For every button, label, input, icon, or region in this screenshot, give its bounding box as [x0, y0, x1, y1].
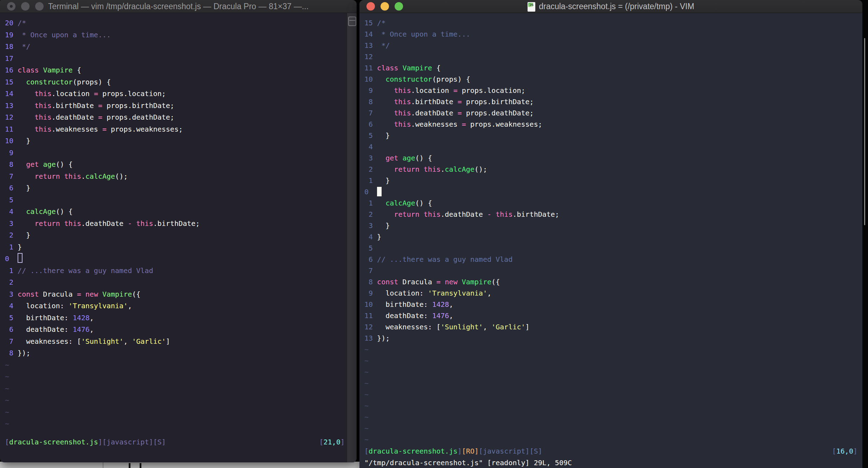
code-line: 20/* [5, 17, 346, 29]
code-token: - [487, 210, 491, 219]
code-line: 8const Dracula = new Vampire({ [364, 276, 852, 287]
vim-statusline: [dracula-screenshot.js][RO][javascript][… [364, 445, 857, 457]
code-token: location: [377, 289, 428, 297]
line-number: 14 [364, 29, 373, 40]
line-number: 14 [5, 88, 13, 100]
code-token: (); [474, 165, 487, 173]
code-line: 0 [364, 186, 852, 197]
close-button[interactable] [366, 2, 375, 11]
code-token [377, 154, 385, 162]
terminal-titlebar[interactable]: Terminal — vim /tmp/dracula-screenshot.j… [0, 0, 357, 13]
line-number: 7 [364, 107, 373, 119]
code-token: 'Sunlight' [81, 337, 123, 346]
background-scrollbar-thumb[interactable] [864, 38, 865, 225]
statusline-segment: ] [853, 447, 857, 455]
code-token: () { [56, 160, 73, 169]
line-number: 2 [5, 277, 13, 289]
code-token: = [102, 125, 107, 133]
statusline-segment: [ [5, 438, 9, 446]
code-token: this [34, 113, 51, 121]
window-title-text: dracula-screenshot.js = (/private/tmp) -… [539, 2, 694, 11]
code-token: // ...there was a guy named Vlad [377, 255, 512, 264]
code-line: 4} [364, 231, 852, 242]
code-token: Vampire [402, 64, 432, 72]
code-token: .weaknesses [411, 120, 462, 128]
code-line: 3const Dracula = new Vampire({ [5, 289, 346, 301]
line-number: 11 [5, 124, 13, 135]
code-line: 9 this.location = props.location; [364, 85, 852, 96]
code-token: age [402, 154, 415, 162]
code-line: 19 * Once upon a time... [5, 29, 346, 41]
code-token: (props) { [73, 78, 111, 86]
code-token: birthDate: [18, 314, 73, 322]
statusline-segment: [RO] [462, 447, 479, 455]
code-token [420, 210, 424, 219]
desktop: Terminal — vim /tmp/dracula-screenshot.j… [0, 0, 868, 468]
code-token: } [377, 233, 381, 241]
statusline-segment: ][ [525, 447, 534, 455]
line-number: 6 [5, 324, 13, 336]
code-token: /* [377, 19, 385, 27]
code-token: props.location; [98, 89, 166, 98]
code-line: 11class Vampire { [364, 62, 852, 74]
code-line: 0 [5, 253, 346, 265]
scrollbar-track[interactable] [347, 13, 357, 462]
statusline-segment: javascript [483, 447, 525, 455]
split-pane-button[interactable] [348, 17, 356, 26]
code-token [458, 278, 462, 286]
code-token: .deathDate [51, 113, 98, 121]
tilde-marker: ~ [5, 408, 9, 416]
code-token: Vampire [462, 278, 491, 286]
empty-buffer-line: ~ [364, 355, 852, 366]
vim-statusline: [dracula-screenshot.js][javascript][S][2… [5, 436, 345, 448]
zoom-button[interactable] [395, 2, 403, 11]
vim-command-line: "/tmp/dracula-screenshot.js" [readonly] … [364, 457, 857, 468]
code-token: , [483, 323, 491, 331]
code-token [18, 160, 26, 169]
code-token [377, 210, 394, 219]
statusline-segment: S [534, 447, 538, 455]
statusline-file-info: [dracula-screenshot.js][RO][javascript][… [364, 445, 542, 457]
code-token: } [18, 243, 22, 251]
code-token [39, 160, 43, 169]
background-text-fragment [129, 463, 141, 468]
code-token: 'Transylvania' [428, 289, 487, 297]
macvim-titlebar[interactable]: dracula-screenshot.js = (/private/tmp) -… [359, 0, 862, 13]
code-token: }); [377, 334, 390, 342]
zoom-button[interactable] [35, 2, 44, 11]
code-token [377, 75, 385, 83]
code-area[interactable]: 20/*19 * Once upon a time...18 */1716cla… [5, 17, 346, 430]
line-number: 7 [364, 265, 373, 276]
line-number: 13 [364, 40, 373, 51]
close-button[interactable] [7, 2, 15, 11]
statusline-segment: [ [319, 438, 324, 446]
code-line: 3 get age() { [364, 152, 852, 164]
minimize-button[interactable] [381, 2, 389, 11]
code-token [398, 64, 402, 72]
code-area[interactable]: 15/*14 * Once upon a time...13 */1211cla… [364, 17, 852, 445]
code-token: new [85, 290, 98, 298]
empty-buffer-line: ~ [5, 406, 346, 418]
code-token: this [496, 210, 512, 219]
code-token [39, 66, 43, 74]
statusline-segment: 16,0 [836, 447, 853, 455]
code-line: 5 [5, 194, 346, 206]
line-number: 5 [364, 242, 373, 254]
code-token: Dracula [398, 278, 436, 286]
empty-buffer-line: ~ [5, 383, 346, 395]
line-number: 10 [364, 299, 373, 310]
code-token [18, 207, 26, 216]
code-line: 16class Vampire { [5, 64, 346, 76]
line-number: 4 [364, 231, 373, 242]
code-line: 5 } [364, 130, 852, 141]
empty-buffer-line: ~ [364, 400, 852, 411]
code-token [60, 172, 64, 181]
code-token: , [128, 302, 132, 310]
code-token: .deathDate [411, 109, 457, 117]
statusline-segment: ][ [149, 438, 157, 446]
code-token [377, 199, 385, 207]
line-number: 6 [364, 119, 373, 130]
minimize-button[interactable] [21, 2, 30, 11]
statusline-file-info: [dracula-screenshot.js][javascript][S] [5, 436, 166, 448]
code-token: = [77, 290, 81, 298]
